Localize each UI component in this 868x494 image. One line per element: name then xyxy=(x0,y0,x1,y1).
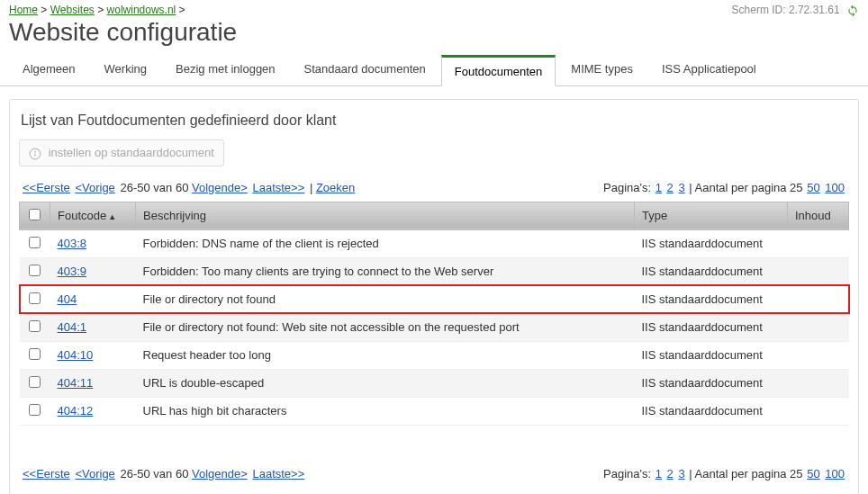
error-type: IIS standaarddocument xyxy=(635,257,788,285)
tab-apppool[interactable]: ISS Applicatiepool xyxy=(648,54,770,85)
sort-asc-icon: ▲ xyxy=(108,212,116,221)
page-link[interactable]: 2 xyxy=(667,181,674,194)
error-code-link[interactable]: 404:12 xyxy=(58,404,94,418)
row-checkbox[interactable] xyxy=(29,348,41,360)
error-docs-panel: Lijst van Foutdocumenten gedefinieerd do… xyxy=(9,99,859,494)
pager-bottom: <<Eerste <Vorige 26-50 van 60 Volgende> … xyxy=(19,462,849,486)
table-row: 404:1File or directory not found: Web si… xyxy=(20,313,849,341)
error-type: IIS standaarddocument xyxy=(635,341,788,369)
table-row: 404:12URL has high bit charactersIIS sta… xyxy=(20,397,849,425)
perpage-link[interactable]: 100 xyxy=(825,467,845,481)
pager-first[interactable]: <<Eerste xyxy=(23,467,70,481)
row-checkbox[interactable] xyxy=(29,404,41,416)
tab-general[interactable]: Algemeen xyxy=(9,54,89,85)
error-content xyxy=(788,369,849,397)
error-code-link[interactable]: 404:1 xyxy=(58,320,87,334)
tab-working[interactable]: Werking xyxy=(91,54,160,85)
error-content xyxy=(788,313,849,341)
error-content xyxy=(788,397,849,425)
tab-login[interactable]: Bezig met inloggen xyxy=(162,54,289,85)
perpage-link[interactable]: 50 xyxy=(807,181,819,194)
error-desc: URL is double-escaped xyxy=(136,369,635,397)
error-type: IIS standaarddocument xyxy=(635,229,788,257)
error-content xyxy=(788,257,849,285)
error-type: IIS standaarddocument xyxy=(635,313,788,341)
pager-search[interactable]: Zoeken xyxy=(316,181,355,194)
screen-id: Scherm ID: 2.72.31.61 xyxy=(732,4,859,17)
breadcrumb-link[interactable]: Websites xyxy=(50,4,95,16)
page-link[interactable]: 2 xyxy=(667,467,674,481)
page-link[interactable]: 3 xyxy=(678,181,684,194)
error-content xyxy=(788,229,849,257)
error-desc: Forbidden: DNS name of the client is rej… xyxy=(136,229,635,257)
col-code[interactable]: Foutcode▲ xyxy=(50,202,136,229)
pager-prev[interactable]: <Vorige xyxy=(75,181,114,194)
svg-point-1 xyxy=(34,150,36,152)
table-row: 404:10Request header too longIIS standaa… xyxy=(20,341,849,369)
tab-mime[interactable]: MIME types xyxy=(557,54,646,85)
table-row: 403:8Forbidden: DNS name of the client i… xyxy=(20,229,849,257)
perpage-link[interactable]: 100 xyxy=(825,181,845,194)
pager-next[interactable]: Volgende> xyxy=(192,181,248,194)
tab-std-docs[interactable]: Standaard documenten xyxy=(291,54,439,85)
error-desc: URL has high bit characters xyxy=(136,397,635,425)
svg-rect-2 xyxy=(34,153,35,157)
error-desc: Forbidden: Too many clients are trying t… xyxy=(136,257,635,285)
perpage-link[interactable]: 50 xyxy=(807,467,819,481)
set-default-button[interactable]: instellen op standaarddocument xyxy=(19,139,224,166)
select-all-checkbox[interactable] xyxy=(29,209,41,220)
error-code-link[interactable]: 404 xyxy=(58,292,77,306)
pager-prev[interactable]: <Vorige xyxy=(75,467,114,481)
error-desc: File or directory not found: Web site no… xyxy=(136,313,635,341)
error-type: IIS standaarddocument xyxy=(635,285,788,313)
col-content[interactable]: Inhoud xyxy=(788,202,849,229)
pager-top: <<Eerste <Vorige 26-50 van 60 Volgende> … xyxy=(19,175,849,200)
refresh-icon[interactable] xyxy=(846,4,859,17)
tab-bar: Algemeen Werking Bezig met inloggen Stan… xyxy=(0,54,868,86)
error-desc: File or directory not found xyxy=(136,285,635,313)
error-code-link[interactable]: 403:8 xyxy=(58,237,87,250)
row-checkbox[interactable] xyxy=(29,320,41,332)
row-checkbox[interactable] xyxy=(29,265,41,276)
col-desc[interactable]: Beschrijving xyxy=(136,202,635,229)
pager-range: 26-50 van 60 xyxy=(120,467,188,481)
error-docs-table: Foutcode▲ Beschrijving Type Inhoud 403:8… xyxy=(19,202,849,426)
pager-range: 26-50 van 60 xyxy=(120,181,188,194)
page-link[interactable]: 1 xyxy=(656,467,662,481)
error-code-link[interactable]: 403:9 xyxy=(58,265,87,278)
table-row: 404:11URL is double-escapedIIS standaard… xyxy=(20,369,849,397)
pager-next[interactable]: Volgende> xyxy=(192,467,248,481)
col-type[interactable]: Type xyxy=(635,202,788,229)
row-checkbox[interactable] xyxy=(29,376,41,388)
breadcrumb-link[interactable]: Home xyxy=(9,4,38,16)
pager-last[interactable]: Laatste>> xyxy=(252,181,304,194)
info-icon xyxy=(29,148,41,160)
row-checkbox[interactable] xyxy=(29,237,41,248)
page-link[interactable]: 1 xyxy=(656,181,662,194)
error-desc: Request header too long xyxy=(136,341,635,369)
error-content xyxy=(788,341,849,369)
pager-first[interactable]: <<Eerste xyxy=(23,181,70,194)
tab-error-docs[interactable]: Foutdocumenten xyxy=(441,55,556,86)
error-type: IIS standaarddocument xyxy=(635,369,788,397)
table-row: 403:9Forbidden: Too many clients are try… xyxy=(20,257,849,285)
panel-title: Lijst van Foutdocumenten gedefinieerd do… xyxy=(19,109,849,139)
pager-last[interactable]: Laatste>> xyxy=(252,467,304,481)
breadcrumb-link[interactable]: wolwindows.nl xyxy=(107,4,176,16)
error-code-link[interactable]: 404:11 xyxy=(58,376,94,390)
error-code-link[interactable]: 404:10 xyxy=(58,348,94,362)
row-checkbox[interactable] xyxy=(29,292,41,304)
page-link[interactable]: 3 xyxy=(678,467,684,481)
error-type: IIS standaarddocument xyxy=(635,397,788,425)
table-row: 404File or directory not foundIIS standa… xyxy=(20,285,849,313)
page-title: Website configuratie xyxy=(0,18,868,54)
error-content xyxy=(788,285,849,313)
